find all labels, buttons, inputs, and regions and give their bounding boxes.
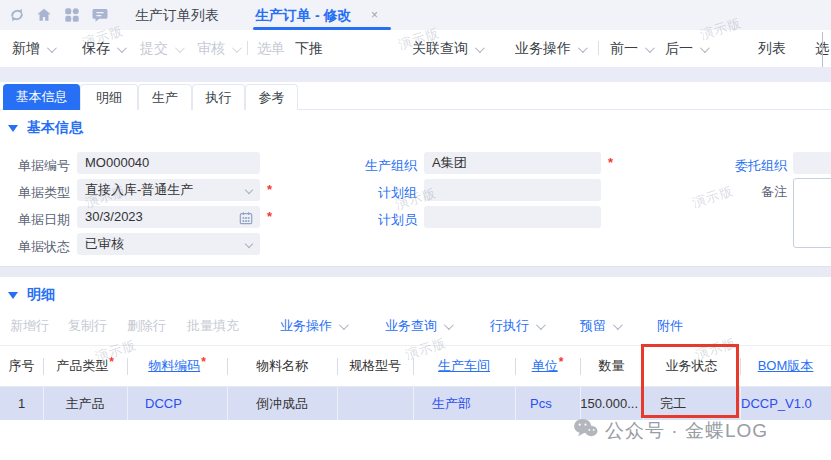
audit-button[interactable]: 审核 bbox=[197, 40, 239, 58]
cell-workshop[interactable]: 生产部 bbox=[413, 387, 515, 420]
bill-date-field[interactable]: 30/3/2023 bbox=[77, 206, 260, 228]
bill-status-select[interactable]: 已审核 bbox=[77, 233, 260, 255]
chevron-down-icon bbox=[175, 43, 185, 53]
remark-textarea[interactable] bbox=[793, 178, 831, 248]
required-asterisk: * bbox=[559, 355, 564, 369]
col-bom-version[interactable]: BOM版本 bbox=[740, 346, 831, 386]
basic-info-section-header[interactable]: 基本信息 bbox=[8, 119, 83, 137]
next-button[interactable]: 后一 bbox=[665, 40, 707, 58]
wechat-icon bbox=[572, 417, 599, 444]
new-button[interactable]: 新增 bbox=[12, 40, 54, 58]
toolbar-separator bbox=[247, 41, 248, 55]
col-material-code[interactable]: 物料编码* bbox=[127, 346, 227, 386]
related-query-button[interactable]: 关联查询 bbox=[412, 40, 482, 58]
section-title: 明细 bbox=[27, 286, 55, 304]
prod-org-field[interactable]: A集团 bbox=[424, 152, 601, 174]
reserve-button[interactable]: 预留 bbox=[580, 317, 620, 335]
col-material-name[interactable]: 物料名称 bbox=[227, 346, 337, 386]
tab-execution[interactable]: 执行 bbox=[192, 84, 245, 110]
toolbar-bottom-band bbox=[0, 67, 831, 82]
list-button[interactable]: 列表 bbox=[758, 40, 786, 58]
required-asterisk: * bbox=[267, 182, 272, 197]
previous-button[interactable]: 前一 bbox=[610, 40, 652, 58]
attachment-button[interactable]: 附件 bbox=[657, 317, 683, 335]
bill-type-select[interactable]: 直接入库-普通生产 bbox=[77, 179, 260, 201]
form-tab-strip: 基本信息 明细 生产 执行 参考 bbox=[0, 82, 831, 110]
cell-material-name[interactable]: 倒冲成品 bbox=[227, 387, 337, 420]
home-icon[interactable] bbox=[35, 6, 53, 24]
chevron-down-icon bbox=[700, 43, 710, 53]
panel-edge-line bbox=[822, 32, 823, 68]
tab-close-icon[interactable]: × bbox=[371, 8, 378, 22]
entrust-org-field[interactable] bbox=[793, 152, 831, 174]
prod-org-label[interactable]: 生产组织 bbox=[340, 157, 417, 175]
add-row-button[interactable]: 新增行 bbox=[10, 317, 49, 335]
detail-section-header[interactable]: 明细 bbox=[8, 286, 55, 304]
detail-table: 序号 产品类型* 物料编码* 物料名称 规格型号 生产车间 单位* 数量 业务状… bbox=[0, 345, 831, 420]
cell-material-code[interactable]: DCCP bbox=[127, 387, 227, 420]
tab-detail[interactable]: 明细 bbox=[80, 84, 138, 110]
calendar-icon[interactable] bbox=[239, 210, 253, 224]
chevron-down-icon bbox=[245, 240, 253, 248]
app-logo-icon[interactable] bbox=[8, 6, 26, 24]
message-icon[interactable] bbox=[91, 6, 109, 24]
planner-label[interactable]: 计划员 bbox=[340, 211, 417, 229]
cell-spec[interactable] bbox=[337, 387, 413, 420]
col-biz-status[interactable]: 业务状态 bbox=[643, 346, 740, 386]
row-business-query-button[interactable]: 业务查询 bbox=[385, 317, 451, 335]
save-button[interactable]: 保存 bbox=[82, 40, 124, 58]
bill-no-field[interactable]: MO000040 bbox=[77, 152, 260, 174]
tab-basic-info[interactable]: 基本信息 bbox=[3, 84, 80, 110]
col-qty[interactable]: 数量 bbox=[580, 346, 643, 386]
row-business-operation-button[interactable]: 业务操作 bbox=[280, 317, 346, 335]
cell-seq[interactable]: 1 bbox=[0, 387, 43, 420]
cell-unit[interactable]: Pcs bbox=[515, 387, 580, 420]
business-operation-button[interactable]: 业务操作 bbox=[515, 40, 585, 58]
chevron-down-icon bbox=[117, 43, 127, 53]
push-down-button[interactable]: 下推 bbox=[295, 40, 323, 58]
section-divider bbox=[0, 266, 831, 277]
window-tab-order-list[interactable]: 生产订单列表 bbox=[135, 7, 219, 25]
remark-label: 备注 bbox=[690, 183, 787, 201]
tab-production[interactable]: 生产 bbox=[138, 84, 192, 110]
chevron-down-icon bbox=[613, 320, 623, 330]
cell-bom-version[interactable]: DCCP_V1.0 bbox=[740, 387, 831, 420]
plan-group-label[interactable]: 计划组 bbox=[340, 184, 417, 202]
apps-grid-icon[interactable] bbox=[63, 6, 81, 24]
col-spec[interactable]: 规格型号 bbox=[337, 346, 413, 386]
planner-field[interactable] bbox=[424, 206, 601, 228]
cell-product-type[interactable]: 主产品 bbox=[43, 387, 127, 420]
chevron-down-icon bbox=[245, 186, 253, 194]
delete-row-button[interactable]: 删除行 bbox=[127, 317, 166, 335]
bill-no-label: 单据编号 bbox=[0, 157, 70, 175]
submit-button[interactable]: 提交 bbox=[140, 40, 182, 58]
col-workshop[interactable]: 生产车间 bbox=[413, 346, 515, 386]
chevron-down-icon bbox=[578, 43, 588, 53]
copy-row-button[interactable]: 复制行 bbox=[68, 317, 107, 335]
col-seq[interactable]: 序号 bbox=[0, 346, 43, 386]
tab-reference[interactable]: 参考 bbox=[245, 84, 298, 110]
col-product-type[interactable]: 产品类型* bbox=[43, 346, 127, 386]
cell-biz-status[interactable]: 完工 bbox=[643, 387, 740, 420]
cell-qty[interactable]: 150.000... bbox=[580, 387, 643, 420]
chevron-down-icon bbox=[47, 43, 57, 53]
footer-watermark-text: 公众号 · 金蝶LOG bbox=[605, 418, 768, 444]
chevron-down-icon bbox=[645, 43, 655, 53]
bill-date-label: 单据日期 bbox=[0, 211, 70, 229]
batch-fill-button[interactable]: 批量填充 bbox=[187, 317, 239, 335]
window-tab-order-edit[interactable]: 生产订单 - 修改 bbox=[255, 7, 351, 25]
bill-status-label: 单据状态 bbox=[0, 238, 70, 256]
chevron-down-icon bbox=[475, 43, 485, 53]
chevron-down-icon bbox=[232, 43, 242, 53]
entrust-org-label[interactable]: 委托组织 bbox=[690, 157, 787, 175]
table-row[interactable]: 1 主产品 DCCP 倒冲成品 生产部 Pcs 150.000... 完工 DC… bbox=[0, 387, 831, 420]
select-bill-button[interactable]: 选单 bbox=[257, 40, 285, 58]
row-execution-button[interactable]: 行执行 bbox=[490, 317, 543, 335]
collapse-triangle-icon bbox=[8, 125, 18, 132]
top-window-bar: 生产订单列表 生产订单 - 修改 × bbox=[0, 0, 831, 30]
required-asterisk: * bbox=[109, 355, 114, 369]
col-unit[interactable]: 单位* bbox=[515, 346, 580, 386]
production-order-window: 生产订单列表 生产订单 - 修改 × 新增 保存 提交 审核 选单 下推 关联查… bbox=[0, 0, 831, 460]
chevron-down-icon bbox=[536, 320, 546, 330]
plan-group-field[interactable] bbox=[424, 179, 601, 201]
